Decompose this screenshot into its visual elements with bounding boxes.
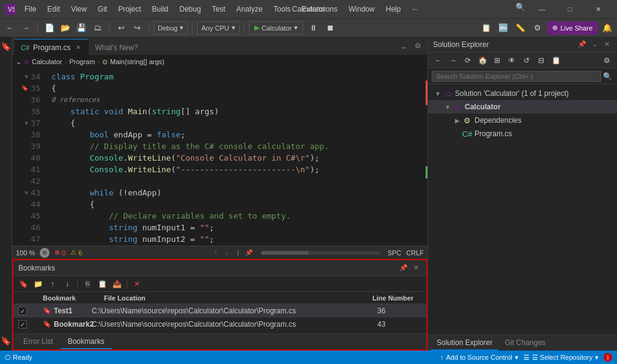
line-endings-label[interactable]: CRLF [406, 249, 424, 257]
se-search-input[interactable] [432, 71, 601, 82]
notifications-btn[interactable]: 🔔 [600, 21, 615, 35]
panel-pin-btn[interactable]: 📌 [398, 263, 409, 274]
zoom-level[interactable]: 100 % [16, 249, 35, 257]
se-pin-btn[interactable]: 📌 [577, 39, 588, 50]
settings-btn[interactable]: ⚙ [530, 21, 545, 35]
scroll-down-btn[interactable]: ↓ [222, 248, 232, 258]
breadcrumb-dropdown-btn[interactable]: ⌄ [16, 58, 21, 66]
ruler-btn[interactable]: 📏 [513, 21, 528, 35]
bookmark-2-check[interactable]: ✓ [18, 320, 27, 329]
menu-test[interactable]: Test [207, 4, 231, 15]
tab-whats-new[interactable]: What's New? [89, 39, 144, 55]
toolbar-forward-btn[interactable]: → [18, 21, 33, 35]
tab-close-program-cs[interactable]: ✕ [74, 43, 83, 52]
se-home-btn[interactable]: 🏠 [476, 54, 489, 67]
menu-edit[interactable]: Edit [42, 4, 65, 15]
menu-file[interactable]: File [20, 4, 41, 15]
se-sync-btn[interactable]: ⟳ [461, 54, 475, 67]
tree-item-program-cs[interactable]: C# Program.cs [428, 127, 617, 140]
scroll-pin-btn[interactable]: 📌 [244, 248, 254, 258]
platform-dropdown[interactable]: Any CPU ▾ [197, 21, 239, 35]
scroll-flag-btn[interactable]: | [233, 248, 243, 258]
bookmark-row-2[interactable]: ✓ 🔖 Bookmark2 C:\Users\Name\source\repos… [13, 318, 426, 331]
menu-analyze[interactable]: Analyze [232, 4, 268, 15]
bookmark-icon-1[interactable]: 🔖 [1, 42, 11, 51]
tab-settings-btn[interactable]: ⚙ [411, 42, 425, 50]
scroll-up-btn[interactable]: ↑ [211, 248, 221, 258]
menu-build[interactable]: Build [147, 4, 174, 15]
se-forward-btn[interactable]: → [446, 54, 460, 67]
horizontal-scrollbar[interactable] [261, 251, 380, 255]
notification-badge[interactable]: 1 [604, 353, 612, 362]
se-props-btn[interactable]: 📋 [549, 54, 563, 67]
bookmark-prev-btn[interactable]: ↑ [46, 278, 59, 289]
bookmark-delete-btn[interactable]: ✕ [131, 278, 143, 289]
menu-more[interactable]: ··· [407, 4, 423, 15]
debug-stop-btn[interactable]: ⏹ [323, 21, 338, 35]
tree-item-calculator[interactable]: ▼ ⊕ Calculator [428, 100, 617, 114]
menu-debug[interactable]: Debug [174, 4, 205, 15]
new-file-btn[interactable]: 📄 [42, 21, 57, 35]
tree-item-dependencies[interactable]: ▶ ⚙ Dependencies [428, 114, 617, 127]
minimize-button[interactable]: — [528, 0, 556, 18]
breadcrumb-program[interactable]: Program [69, 58, 95, 65]
debug-config-dropdown[interactable]: Debug ▾ [153, 21, 188, 35]
bookmark-export-btn[interactable]: 📤 [111, 278, 123, 289]
se-show-all-btn[interactable]: 👁 [505, 54, 519, 67]
menu-git[interactable]: Git [93, 4, 112, 15]
bookmark-copy-btn[interactable]: ⎘ [81, 278, 94, 289]
zoom-icon[interactable]: ⚙ [40, 248, 50, 258]
menu-project[interactable]: Project [113, 4, 146, 15]
live-share-button[interactable]: ⊕ Live Share [547, 21, 597, 35]
bookmark-1-check[interactable]: ✓ [18, 307, 27, 315]
save-btn[interactable]: 💾 [74, 21, 89, 35]
tab-error-list[interactable]: Error List [16, 335, 61, 349]
breadcrumb-main[interactable]: ⊙ Main(string[] args) [102, 58, 164, 66]
bookmark-row-1[interactable]: ✓ 🔖 Test1 C:\Users\Name\source\repos\Cal… [13, 304, 426, 318]
se-arrow-btn[interactable]: ⌄ [589, 39, 600, 50]
bookmark-icon-2[interactable]: 🔖 [1, 336, 11, 346]
se-tab-solution-explorer[interactable]: Solution Explorer [430, 336, 498, 351]
bookmark-next-btn[interactable]: ↓ [61, 278, 73, 289]
find-btn[interactable]: 🔤 [496, 21, 511, 35]
bookmark-paste-btn[interactable]: 📋 [96, 278, 108, 289]
code-content[interactable]: class Program { 0 references static void… [49, 68, 421, 246]
maximize-button[interactable]: □ [556, 0, 584, 18]
tree-item-solution[interactable]: ▼ 🗂 Solution 'Calculator' (1 of 1 projec… [428, 87, 617, 100]
save-all-btn[interactable]: 🗂 [90, 21, 105, 35]
undo-btn[interactable]: ↩ [114, 21, 128, 35]
toolbar-back-btn[interactable]: ← [2, 21, 17, 35]
tab-program-cs[interactable]: C# Program.cs ✕ [15, 39, 89, 55]
bookmark-folder-btn[interactable]: 📁 [32, 278, 44, 289]
menu-window[interactable]: Window [344, 4, 380, 15]
se-refresh-btn[interactable]: ↺ [520, 54, 533, 67]
add-to-source-control-btn[interactable]: ↑ Add to Source Control ▾ [440, 354, 519, 362]
clipboard-btn[interactable]: 📋 [479, 21, 493, 35]
code-editor[interactable]: ▼ 34 🔖 35 36 36 ▼ 37 38 39 [12, 68, 427, 246]
breadcrumb-calculator[interactable]: ⊕ Calculator [24, 58, 62, 66]
debug-step-btn[interactable]: ⏸ [306, 21, 320, 35]
se-settings-btn[interactable]: ⚙ [600, 54, 613, 67]
redo-btn[interactable]: ↪ [130, 21, 144, 35]
se-search-button[interactable]: 🔍 [601, 70, 613, 82]
status-ready[interactable]: ⎔ Ready [5, 354, 32, 362]
se-filter-btn[interactable]: ⊞ [490, 54, 504, 67]
error-count[interactable]: ⊗ 0 [54, 249, 65, 257]
select-repository-btn[interactable]: ☰ ☰ Select Repository ▾ [523, 354, 599, 362]
warning-count[interactable]: ⚠ 6 [70, 249, 82, 257]
panel-close-btn[interactable]: ✕ [410, 263, 421, 274]
bookmark-add-btn[interactable]: 🔖 [17, 278, 29, 289]
menu-view[interactable]: View [66, 4, 92, 15]
encoding-label[interactable]: SPC [388, 249, 402, 257]
tab-overflow-btn[interactable]: ⌄ [396, 41, 411, 51]
se-back-btn[interactable]: ← [432, 54, 445, 67]
se-tab-git-changes[interactable]: Git Changes [498, 336, 552, 351]
run-button[interactable]: ▶ Calculator ▾ [249, 21, 304, 35]
search-btn[interactable]: 🔍 [513, 0, 528, 13]
open-file-btn[interactable]: 📂 [58, 21, 73, 35]
tab-bookmarks[interactable]: Bookmarks [61, 335, 112, 349]
se-close-btn[interactable]: ✕ [601, 39, 612, 50]
menu-help[interactable]: Help [381, 4, 406, 15]
se-collapse-btn[interactable]: ⊟ [534, 54, 548, 67]
close-button[interactable]: ✕ [584, 0, 612, 18]
